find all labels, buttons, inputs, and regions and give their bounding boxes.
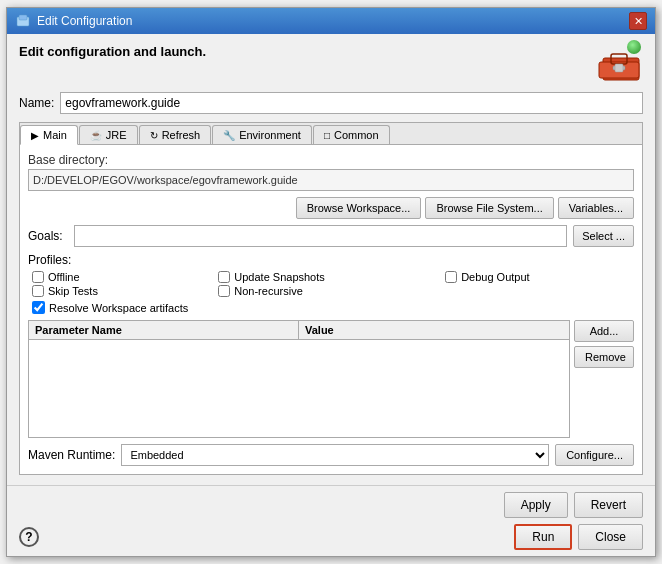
resolve-label: Resolve Workspace artifacts	[49, 302, 188, 314]
profiles-section: Profiles: Offline Update Snapshots De	[28, 253, 634, 314]
tabs-bar: ▶ Main ☕ JRE ↻ Refresh 🔧 Environment □	[20, 123, 642, 145]
remove-button[interactable]: Remove	[574, 346, 634, 368]
panel-content: Base directory: Browse Workspace... Brow…	[20, 145, 642, 474]
debug-output-label: Debug Output	[461, 271, 530, 283]
update-snapshots-checkbox-item: Update Snapshots	[218, 271, 429, 283]
params-col2-header: Value	[299, 321, 569, 339]
tab-main[interactable]: ▶ Main	[20, 125, 78, 145]
update-snapshots-checkbox[interactable]	[218, 271, 230, 283]
params-container: Parameter Name Value Add... Remove	[28, 320, 634, 438]
title-bar: Edit Configuration ✕	[7, 8, 655, 34]
tab-refresh[interactable]: ↻ Refresh	[139, 125, 212, 144]
green-dot-icon	[627, 40, 641, 54]
variables-button[interactable]: Variables...	[558, 197, 634, 219]
non-recursive-label: Non-recursive	[234, 285, 302, 297]
revert-button[interactable]: Revert	[574, 492, 643, 518]
goals-input[interactable]	[74, 225, 567, 247]
base-dir-field: Base directory:	[28, 153, 634, 191]
goals-row: Goals: Select ...	[28, 225, 634, 247]
browse-filesystem-button[interactable]: Browse File System...	[425, 197, 553, 219]
apply-button[interactable]: Apply	[504, 492, 568, 518]
add-button[interactable]: Add...	[574, 320, 634, 342]
dialog-content: Edit configuration and launch. Name:	[7, 34, 655, 485]
tab-jre-label: JRE	[106, 129, 127, 141]
params-table: Parameter Name Value	[28, 320, 570, 438]
update-snapshots-label: Update Snapshots	[234, 271, 325, 283]
common-tab-icon: □	[324, 130, 330, 141]
tab-main-label: Main	[43, 129, 67, 141]
params-header: Parameter Name Value	[29, 321, 569, 340]
tab-environment[interactable]: 🔧 Environment	[212, 125, 312, 144]
svg-rect-6	[615, 64, 623, 72]
debug-output-checkbox[interactable]	[445, 271, 457, 283]
resolve-row: Resolve Workspace artifacts	[28, 301, 634, 314]
goals-label: Goals:	[28, 229, 68, 243]
tab-jre[interactable]: ☕ JRE	[79, 125, 138, 144]
env-tab-icon: 🔧	[223, 130, 235, 141]
offline-checkbox[interactable]	[32, 271, 44, 283]
close-button[interactable]: ✕	[629, 12, 647, 30]
base-dir-input[interactable]	[28, 169, 634, 191]
skip-tests-checkbox[interactable]	[32, 285, 44, 297]
skip-tests-checkbox-item: Skip Tests	[32, 285, 202, 297]
header-icon	[595, 44, 643, 84]
tab-environment-label: Environment	[239, 129, 301, 141]
maven-runtime-select[interactable]: Embedded	[121, 444, 549, 466]
debug-output-checkbox-item: Debug Output	[445, 271, 634, 283]
select-button[interactable]: Select ...	[573, 225, 634, 247]
name-row: Name:	[19, 92, 643, 114]
title-bar-title: Edit Configuration	[37, 14, 132, 28]
help-run-row: ? Run Close	[7, 522, 655, 556]
title-bar-left: Edit Configuration	[15, 13, 132, 29]
profiles-label: Profiles:	[28, 253, 634, 267]
name-input[interactable]	[60, 92, 643, 114]
tab-refresh-label: Refresh	[162, 129, 201, 141]
name-label: Name:	[19, 96, 54, 110]
maven-row: Maven Runtime: Embedded Configure...	[28, 444, 634, 466]
params-col1-header: Parameter Name	[29, 321, 299, 339]
header-title: Edit configuration and launch.	[19, 44, 206, 59]
tab-common[interactable]: □ Common	[313, 125, 390, 144]
refresh-tab-icon: ↻	[150, 130, 158, 141]
close-dialog-button[interactable]: Close	[578, 524, 643, 550]
help-button[interactable]: ?	[19, 527, 39, 547]
browse-buttons-row: Browse Workspace... Browse File System..…	[28, 197, 634, 219]
offline-checkbox-item: Offline	[32, 271, 202, 283]
offline-label: Offline	[48, 271, 80, 283]
jre-tab-icon: ☕	[90, 130, 102, 141]
apply-revert-row: Apply Revert	[7, 485, 655, 522]
run-close-group: Run Close	[514, 524, 643, 550]
tab-common-label: Common	[334, 129, 379, 141]
main-tab-icon: ▶	[31, 130, 39, 141]
maven-runtime-label: Maven Runtime:	[28, 448, 115, 462]
title-bar-icon	[15, 13, 31, 29]
params-side-buttons: Add... Remove	[574, 320, 634, 438]
browse-workspace-button[interactable]: Browse Workspace...	[296, 197, 422, 219]
header-row: Edit configuration and launch.	[19, 44, 643, 84]
non-recursive-checkbox[interactable]	[218, 285, 230, 297]
run-button[interactable]: Run	[514, 524, 572, 550]
params-body	[29, 340, 569, 437]
configure-button[interactable]: Configure...	[555, 444, 634, 466]
main-panel: ▶ Main ☕ JRE ↻ Refresh 🔧 Environment □	[19, 122, 643, 475]
skip-tests-label: Skip Tests	[48, 285, 98, 297]
svg-rect-1	[19, 15, 27, 20]
dialog-window: Edit Configuration ✕ Edit configuration …	[6, 7, 656, 557]
base-dir-label: Base directory:	[28, 153, 634, 167]
resolve-checkbox[interactable]	[32, 301, 45, 314]
checkboxes-grid: Offline Update Snapshots Debug Output	[28, 271, 634, 297]
non-recursive-checkbox-item: Non-recursive	[218, 285, 429, 297]
